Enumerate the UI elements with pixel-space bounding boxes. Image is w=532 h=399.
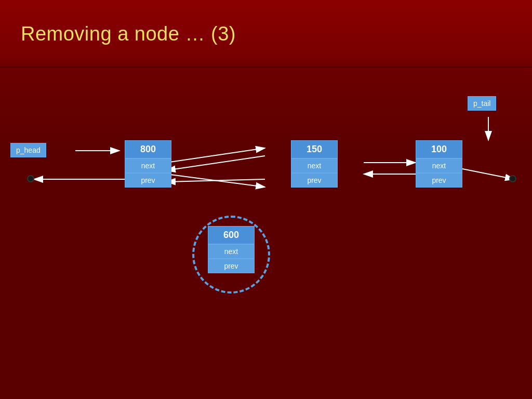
p-head-label: p_head	[10, 143, 46, 157]
node-600-prev: prev	[208, 259, 255, 273]
svg-line-5	[166, 148, 265, 163]
svg-line-11	[462, 169, 514, 179]
node-600-value: 600	[208, 226, 255, 244]
node-800-next: next	[125, 158, 171, 173]
node-800-prev: prev	[125, 173, 171, 188]
svg-line-7	[166, 156, 265, 170]
arrows-svg	[0, 68, 532, 399]
header-bar: Removing a node … (3)	[0, 0, 532, 68]
node-600-next: next	[208, 244, 255, 259]
null-dot-right	[509, 175, 516, 182]
slide-title: Removing a node … (3)	[21, 23, 236, 45]
node-800: 800 next prev	[125, 140, 171, 188]
svg-line-8	[166, 179, 265, 182]
node-150-next: next	[291, 158, 338, 173]
svg-line-6	[166, 174, 265, 187]
p-tail-label: p_tail	[468, 96, 496, 111]
node-100: 100 next prev	[416, 140, 462, 188]
node-100-value: 100	[416, 140, 462, 158]
node-100-next: next	[416, 158, 462, 173]
node-150-value: 150	[291, 140, 338, 158]
null-dot-left	[27, 175, 34, 182]
node-800-value: 800	[125, 140, 171, 158]
node-600: 600 next prev	[208, 226, 255, 273]
node-100-prev: prev	[416, 173, 462, 188]
diagram-area: p_head 800 next prev 150 next prev 100 n…	[0, 68, 532, 399]
node-150-prev: prev	[291, 173, 338, 188]
node-150: 150 next prev	[291, 140, 338, 188]
slide: Removing a node … (3)	[0, 0, 532, 399]
